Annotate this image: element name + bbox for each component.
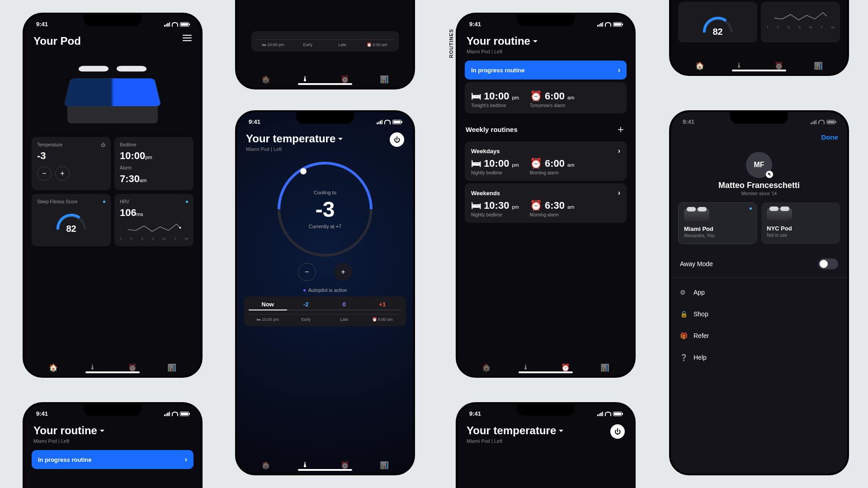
power-button[interactable]: ⏻ bbox=[610, 424, 625, 439]
chevron-right-icon: › bbox=[618, 66, 620, 74]
gift-icon: 🎁 bbox=[680, 332, 687, 339]
nav-temp-icon[interactable]: 🌡 bbox=[521, 362, 531, 372]
chevron-down-icon[interactable] bbox=[533, 40, 538, 42]
chevron-down-icon[interactable] bbox=[338, 138, 343, 140]
page-title: Your routine bbox=[33, 424, 104, 437]
phone-temp-partial2: 9:41 Your temperature Miami Pod | Left ⏻ bbox=[456, 402, 636, 488]
chevron-right-icon: › bbox=[185, 455, 187, 464]
card-sleep-score[interactable]: Sleep Fitness Score 82 bbox=[32, 194, 111, 246]
home-indicator bbox=[85, 371, 140, 373]
bag-icon: 🔒 bbox=[680, 310, 687, 318]
temp-plus-button[interactable]: + bbox=[334, 263, 352, 281]
nav-alarm-icon[interactable]: ⏰ bbox=[774, 61, 784, 70]
member-since: Member since '14 bbox=[671, 191, 847, 196]
temp-schedule-card[interactable]: Now-20+1 🛏 10:00 pmEarlyLate⏰ 6:00 am bbox=[244, 296, 406, 326]
autopilot-status: Autopilot is active bbox=[237, 287, 413, 293]
chevron-right-icon: › bbox=[618, 147, 620, 155]
chevron-down-icon[interactable] bbox=[100, 430, 104, 432]
nav-temp-icon[interactable]: 🌡 bbox=[88, 362, 98, 372]
nav-alarm-icon[interactable]: ⏰ bbox=[340, 74, 350, 84]
away-mode-row: Away Mode bbox=[671, 250, 847, 277]
avatar[interactable]: MF✎ bbox=[746, 152, 772, 178]
in-progress-routine-button[interactable]: In progress routine› bbox=[32, 450, 193, 469]
phone-homepage: 9:41 Your Pod Temperature⏻ -3 − + Bedtim… bbox=[23, 13, 203, 378]
pod-card-miami[interactable]: Miami PodAlexandra, You bbox=[678, 202, 757, 244]
status-time: 9:41 bbox=[36, 21, 48, 28]
temp-plus-button[interactable]: + bbox=[55, 166, 70, 181]
nav-stats-icon[interactable]: 📊 bbox=[379, 460, 389, 470]
phone-homepage-partial: 82 TFSSMTW 🏠🌡⏰📊 bbox=[669, 0, 849, 76]
nav-temp-icon[interactable]: 🌡 bbox=[300, 460, 310, 470]
edit-icon[interactable]: ✎ bbox=[766, 171, 773, 178]
routine-weekdays-card[interactable]: Weekdays› 🛏 10:00 pmNightly bedtime ⏰ 6:… bbox=[465, 141, 627, 181]
card-schedule[interactable]: Bedtime 10:00pm Alarm 7:30am bbox=[114, 137, 193, 190]
temp-schedule[interactable]: 🛏 10:00 pmEarlyLate⏰ 6:00 am bbox=[251, 31, 399, 52]
in-progress-routine-button[interactable]: In progress routine› bbox=[465, 61, 627, 80]
menu-icon[interactable] bbox=[183, 35, 192, 41]
nav-home-icon[interactable]: 🏠 bbox=[695, 61, 705, 70]
phone-profile: 9:41 Done MF✎ Matteo Franceschetti Membe… bbox=[669, 110, 849, 475]
nav-temp-icon[interactable]: 🌡 bbox=[300, 74, 310, 84]
nav-home-icon[interactable]: 🏠 bbox=[481, 362, 491, 372]
phone-temperature: 9:41 Your temperature Miami Pod | Left ⏻… bbox=[235, 110, 415, 475]
menu-help[interactable]: ❔Help bbox=[671, 347, 847, 368]
menu-app[interactable]: ⚙App bbox=[671, 282, 847, 303]
page-title: Your Pod bbox=[33, 35, 81, 47]
menu-refer[interactable]: 🎁Refer bbox=[671, 325, 847, 347]
temperature-dial[interactable]: Cooling to -3 Currently at +7 bbox=[278, 162, 373, 257]
routine-weekends-card[interactable]: Weekends› 🛏 10:30 pmNightly bedtime ⏰ 6:… bbox=[465, 183, 627, 223]
phone-routines: 9:41 Your routine Miami Pod | Left In pr… bbox=[456, 13, 636, 378]
temp-minus-button[interactable]: − bbox=[37, 166, 52, 181]
weekly-routines-header: Weekly routines＋ bbox=[458, 116, 634, 139]
profile-name: Matteo Franceschetti bbox=[671, 181, 847, 190]
help-icon: ❔ bbox=[680, 354, 687, 361]
nav-temp-icon[interactable]: 🌡 bbox=[734, 61, 744, 70]
phone-partial-top: 🛏 10:00 pmEarlyLate⏰ 6:00 am 🏠🌡⏰📊 bbox=[235, 0, 415, 89]
page-title: Your temperature bbox=[246, 132, 343, 145]
card-hrv[interactable]: HRV 106ms TFSSMTW bbox=[114, 194, 193, 246]
nav-stats-icon[interactable]: 📊 bbox=[379, 74, 389, 84]
chevron-down-icon[interactable] bbox=[559, 430, 563, 432]
nav-alarm-icon[interactable]: ⏰ bbox=[561, 362, 571, 372]
chevron-right-icon: › bbox=[618, 189, 620, 197]
page-title: Your temperature bbox=[467, 424, 563, 437]
card-temperature[interactable]: Temperature⏻ -3 − + bbox=[32, 137, 111, 190]
power-icon[interactable]: ⏻ bbox=[101, 142, 105, 147]
nav-stats-icon[interactable]: 📊 bbox=[167, 362, 177, 372]
label-routines: ROUTINES bbox=[448, 29, 454, 58]
power-button[interactable]: ⏻ bbox=[390, 132, 404, 147]
nav-home-icon[interactable]: 🏠 bbox=[261, 460, 271, 470]
done-button[interactable]: Done bbox=[671, 129, 847, 145]
active-dot-icon bbox=[750, 207, 752, 210]
phone-routine-partial2: 9:41 Your routine Miami Pod | Left In pr… bbox=[23, 402, 203, 488]
nav-stats-icon[interactable]: 📊 bbox=[813, 61, 823, 70]
pod-mattress-image bbox=[65, 60, 160, 128]
temp-minus-button[interactable]: − bbox=[298, 263, 316, 281]
status-dot-icon bbox=[103, 201, 105, 203]
nav-home-icon[interactable]: 🏠 bbox=[261, 74, 271, 84]
status-dot-icon bbox=[186, 201, 188, 203]
menu-shop[interactable]: 🔒Shop bbox=[671, 303, 847, 325]
away-mode-toggle[interactable] bbox=[818, 258, 838, 269]
gear-icon: ⚙ bbox=[680, 289, 687, 296]
routine-today-card: 🛏 10:00 pmTonight's bedtime ⏰ 6:00 amTom… bbox=[465, 82, 627, 113]
nav-alarm-icon[interactable]: ⏰ bbox=[127, 362, 137, 372]
svg-point-0 bbox=[179, 227, 181, 229]
nav-alarm-icon[interactable]: ⏰ bbox=[340, 460, 350, 470]
pod-card-nyc[interactable]: NYC PodNot in use bbox=[761, 202, 840, 244]
page-title: Your routine bbox=[467, 35, 538, 47]
nav-stats-icon[interactable]: 📊 bbox=[600, 362, 610, 372]
nav-home-icon[interactable]: 🏠 bbox=[48, 362, 58, 372]
add-routine-button[interactable]: ＋ bbox=[616, 122, 626, 136]
